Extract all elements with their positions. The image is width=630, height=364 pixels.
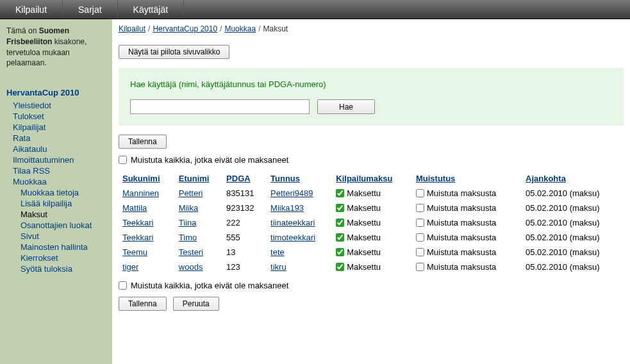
column-header[interactable]: Sukunimi [119, 171, 175, 186]
nav-subitem[interactable]: Mainosten hallinta [6, 242, 106, 252]
nav-subitem[interactable]: Muokkaa tietoja [6, 187, 106, 198]
lastname-link[interactable]: Mattila [122, 203, 147, 213]
nav-item[interactable]: Ilmoittautuminen [6, 154, 106, 165]
time-cell: 05.02.2010 (maksu) [522, 230, 624, 245]
top-nav: KilpailutSarjatKäyttäjät [0, 0, 630, 19]
firstname-link[interactable]: Testeri [179, 247, 203, 257]
column-header[interactable]: Muistutus [412, 171, 522, 186]
remind-all-checkbox-top[interactable] [119, 156, 127, 164]
breadcrumb: Kilpailut/HervantaCup 2010/Muokkaa/Maksu… [119, 24, 624, 33]
firstname-link[interactable]: Miika [179, 203, 198, 213]
nav-subitem[interactable]: Sivut [6, 231, 106, 242]
firstname-link[interactable]: Timo [179, 233, 197, 242]
table-row: TeemuTesteri13teteMaksettuMuistuta maksu… [119, 245, 624, 260]
username-link[interactable]: Petteri9489 [270, 188, 313, 198]
nav-item[interactable]: Aikataulu [6, 144, 106, 154]
paid-checkbox[interactable] [336, 233, 344, 242]
lastname-link[interactable]: Manninen [122, 188, 159, 198]
lastname-link[interactable]: Teekkari [122, 233, 153, 242]
remind-checkbox[interactable] [416, 204, 424, 212]
time-cell: 05.02.2010 (maksu) [522, 215, 624, 230]
topnav-sarjat[interactable]: Sarjat [63, 0, 118, 19]
lastname-link[interactable]: tiger [122, 262, 138, 272]
column-header[interactable]: Tunnus [267, 171, 332, 186]
search-box: Hae käyttäjä (nimi, käyttäjätunnus tai P… [119, 68, 624, 126]
intro-text: Tämä on Suomen Frisbeeliiton kisakone, t… [6, 26, 106, 69]
column-header[interactable]: Etunimi [175, 171, 222, 186]
paid-checkbox[interactable] [336, 204, 344, 212]
remind-all-label: Muistuta kaikkia, jotka eivät ole maksan… [131, 155, 288, 165]
nav-subitem[interactable]: Lisää kilpailija [6, 198, 106, 209]
nav-item[interactable]: Tulokset [6, 111, 106, 122]
pdga-cell: 923132 [222, 201, 267, 215]
search-input[interactable] [130, 99, 310, 114]
firstname-link[interactable]: Tiina [179, 218, 197, 228]
main-content: Kilpailut/HervantaCup 2010/Muokkaa/Maksu… [112, 19, 630, 364]
username-link[interactable]: Miika193 [270, 203, 304, 213]
paid-checkbox[interactable] [336, 263, 344, 271]
nav-subitem[interactable]: Osanottajien luokat [6, 220, 106, 231]
remind-checkbox[interactable] [416, 263, 424, 271]
cancel-button[interactable]: Peruuta [173, 297, 219, 311]
topnav-käyttäjät[interactable]: Käyttäjät [118, 0, 184, 19]
pdga-cell: 222 [222, 215, 267, 230]
nav-subitem[interactable]: Maksut [6, 209, 106, 220]
remind-all-checkbox-bottom[interactable] [119, 281, 127, 290]
remind-checkbox[interactable] [416, 233, 424, 242]
paid-checkbox[interactable] [336, 189, 344, 197]
username-link[interactable]: tiinateekkari [270, 218, 315, 228]
remind-all-label: Muistuta kaikkia, jotka eivät ole maksan… [131, 281, 288, 290]
column-header[interactable]: PDGA [222, 171, 267, 186]
breadcrumb-link[interactable]: HervantaCup 2010 [153, 24, 217, 33]
nav-item[interactable]: Tilaa RSS [6, 165, 106, 176]
toggle-sidemenu-button[interactable]: Näytä tai piilota sivuvalikko [119, 45, 229, 59]
nav-subitem[interactable]: Kierrokset [6, 252, 106, 263]
sidebar: Tämä on Suomen Frisbeeliiton kisakone, t… [0, 19, 112, 364]
table-row: tigerwoods123tikruMaksettuMuistuta maksu… [119, 260, 624, 274]
time-cell: 05.02.2010 (maksu) [522, 260, 624, 274]
nav-item[interactable]: Yleistiedot [6, 100, 106, 111]
nav-subitem[interactable]: Syötä tuloksia [6, 263, 106, 274]
paid-checkbox[interactable] [336, 248, 344, 256]
firstname-link[interactable]: Petteri [179, 188, 203, 198]
paid-checkbox[interactable] [336, 219, 344, 227]
time-cell: 05.02.2010 (maksu) [522, 186, 624, 201]
lastname-link[interactable]: Teemu [122, 247, 147, 257]
remind-checkbox[interactable] [416, 189, 424, 197]
remind-checkbox[interactable] [416, 248, 424, 256]
save-button-top[interactable]: Tallenna [119, 135, 167, 149]
payments-table: SukunimiEtunimiPDGATunnusKilpailumaksuMu… [119, 171, 624, 274]
lastname-link[interactable]: Teekkari [122, 218, 153, 228]
breadcrumb-link[interactable]: Kilpailut [119, 24, 145, 33]
nav-item[interactable]: Kilpailijat [6, 122, 106, 133]
search-button[interactable]: Hae [317, 99, 375, 114]
table-row: ManninenPetteri835131Petteri9489Maksettu… [119, 186, 624, 201]
column-header[interactable]: Kilpailumaksu [332, 171, 412, 186]
pdga-cell: 13 [222, 245, 267, 260]
table-row: TeekkariTimo555timoteekkariMaksettuMuist… [119, 230, 624, 245]
pdga-cell: 555 [222, 230, 267, 245]
time-cell: 05.02.2010 (maksu) [522, 245, 624, 260]
nav-item[interactable]: Rata [6, 133, 106, 144]
username-link[interactable]: tikru [270, 262, 286, 272]
topnav-kilpailut[interactable]: Kilpailut [0, 0, 63, 19]
column-header[interactable]: Ajankohta [522, 171, 624, 186]
username-link[interactable]: timoteekkari [270, 233, 315, 242]
nav-item[interactable]: Muokkaa [6, 176, 106, 187]
pdga-cell: 123 [222, 260, 267, 274]
firstname-link[interactable]: woods [179, 262, 203, 272]
breadcrumb-link[interactable]: Muokkaa [224, 24, 256, 33]
search-label: Hae käyttäjä (nimi, käyttäjätunnus tai P… [130, 79, 612, 89]
save-button-bottom[interactable]: Tallenna [119, 297, 167, 311]
pdga-cell: 835131 [222, 186, 267, 201]
username-link[interactable]: tete [270, 247, 285, 257]
breadcrumb-current: Maksut [263, 24, 288, 33]
remind-checkbox[interactable] [416, 219, 424, 227]
table-row: MattilaMiika923132Miika193MaksettuMuistu… [119, 201, 624, 215]
time-cell: 05.02.2010 (maksu) [522, 201, 624, 215]
table-row: TeekkariTiina222tiinateekkariMaksettuMui… [119, 215, 624, 230]
nav-root[interactable]: HervantaCup 2010 [6, 88, 106, 97]
